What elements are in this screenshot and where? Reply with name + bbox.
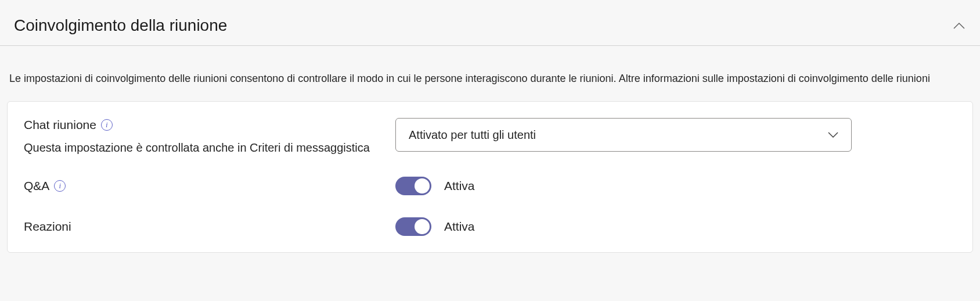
chat-control: Attivato per tutti gli utenti bbox=[395, 118, 956, 152]
section-description: Le impostazioni di coinvolgimento delle … bbox=[0, 46, 980, 101]
chat-label: Chat riunione i bbox=[24, 118, 395, 132]
setting-row-reactions: Reazioni Attiva bbox=[24, 217, 956, 236]
reactions-toggle-label: Attiva bbox=[444, 220, 475, 234]
chevron-up-icon bbox=[953, 22, 965, 29]
setting-row-qa: Q&A i Attiva bbox=[24, 177, 956, 195]
info-icon[interactable]: i bbox=[101, 119, 113, 131]
chat-label-text: Chat riunione bbox=[24, 118, 96, 132]
qa-toggle[interactable] bbox=[395, 177, 431, 195]
section-header: Coinvolgimento della riunione bbox=[0, 0, 980, 46]
setting-label-col: Q&A i bbox=[24, 179, 395, 193]
reactions-toggle[interactable] bbox=[395, 217, 431, 236]
reactions-label: Reazioni bbox=[24, 220, 71, 234]
qa-label-text: Q&A bbox=[24, 179, 49, 193]
toggle-knob bbox=[415, 219, 430, 234]
chat-dropdown-value: Attivato per tutti gli utenti bbox=[409, 128, 536, 142]
chat-sublabel: Questa impostazione è controllata anche … bbox=[24, 141, 395, 155]
qa-label: Q&A i bbox=[24, 179, 66, 193]
section-title: Coinvolgimento della riunione bbox=[14, 16, 227, 35]
setting-row-chat: Chat riunione i Questa impostazione è co… bbox=[24, 118, 956, 155]
setting-label-col: Reazioni bbox=[24, 220, 395, 234]
toggle-knob bbox=[415, 178, 430, 193]
setting-label-col: Chat riunione i Questa impostazione è co… bbox=[24, 118, 395, 155]
collapse-section-button[interactable] bbox=[952, 19, 966, 33]
reactions-control: Attiva bbox=[395, 217, 956, 236]
chat-dropdown[interactable]: Attivato per tutti gli utenti bbox=[395, 118, 852, 152]
reactions-label-text: Reazioni bbox=[24, 220, 71, 234]
qa-toggle-label: Attiva bbox=[444, 179, 475, 193]
chevron-down-icon bbox=[828, 132, 838, 138]
settings-card: Chat riunione i Questa impostazione è co… bbox=[7, 101, 973, 253]
info-icon[interactable]: i bbox=[54, 180, 66, 192]
qa-control: Attiva bbox=[395, 177, 956, 195]
